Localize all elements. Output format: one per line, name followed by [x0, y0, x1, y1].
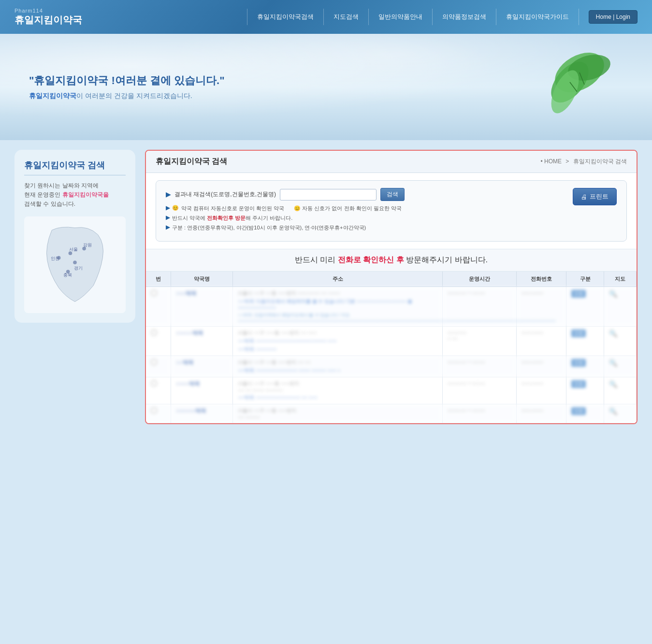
cell-address: 서울시 ○○구 ○○동 ○○○번지 ○○ ○○ ○○약국: ○○○○○○○○○○…: [233, 356, 442, 377]
logo: Pharm114 휴일지킴이약국: [14, 8, 82, 27]
svg-text:충북: 충북: [63, 272, 72, 277]
cell-hours: ○○○○-○○ ~ ○○:○○: [442, 404, 516, 423]
cell-no: [146, 377, 171, 404]
cell-type: 연중: [566, 404, 604, 423]
table-header: 번 약국명 주소 운영시간 전화번호 구분 지도: [146, 272, 637, 287]
table-row: ○○○○약국 서울시 ○○구 ○○○동 ○○○번지○○ ○○ ○○○○ ○○○○…: [146, 377, 637, 404]
cell-no: [146, 327, 171, 356]
cell-hours: ○○○○-○○ ~ ○○:○○: [442, 377, 516, 404]
cell-no: [146, 287, 171, 327]
svg-point-9: [82, 246, 86, 250]
table-row: ○○○○○○약국 서울시 ○○구 ○○동 ○○○번지○○ ○○○○○ ○○○○-…: [146, 404, 637, 423]
map-icon[interactable]: 🔍: [609, 290, 617, 298]
col-hours: 운영시간: [442, 272, 516, 287]
logo-main: 휴일지킴이약국: [14, 14, 82, 27]
banner: "휴일지킴이약국 !여러분 곁에 있습니다." 휴일지킴이약국이 여러분의 건강…: [0, 34, 652, 140]
row-select-radio[interactable]: [151, 407, 157, 414]
breadcrumb-sep: >: [565, 158, 570, 165]
nav-item-3[interactable]: 일반의약품안내: [369, 9, 433, 25]
table-row: ○○약국 서울시 ○○구 ○○동 ○○○번지 ○○ ○○ ○○약국: ○○○○○…: [146, 356, 637, 377]
main-content: 휴일지킴이약국 검색 • HOME > 휴일지킴이약국 검색 ▶ 결과내 재검색…: [145, 150, 638, 424]
search-button[interactable]: 검색: [380, 188, 405, 201]
cell-no: [146, 356, 171, 377]
info-text-2: 자동 신호가 없어 전화 확인이 필요한 약국: [302, 205, 401, 211]
col-map: 지도: [604, 272, 637, 287]
main-layout: 휴일지킴이약국 검색 찾기 원하시는 날짜와 지역에 현재 운영중인 휴일지킴이…: [0, 140, 652, 434]
arrow-icon: ▶: [166, 191, 171, 198]
cell-name: ○○○○○약국: [171, 327, 233, 356]
svg-text:강원: 강원: [83, 242, 92, 247]
banner-quote: "휴일지킴이약국 !여러분 곁에 있습니다.": [29, 73, 225, 88]
row-select-radio[interactable]: [151, 380, 157, 386]
cell-type: 연중: [566, 377, 604, 404]
col-address: 주소: [233, 272, 442, 287]
cell-map[interactable]: 🔍: [604, 377, 637, 404]
print-icon: 🖨: [581, 193, 587, 200]
row-select-radio[interactable]: [151, 359, 157, 365]
info-row-1: ▶ 😊 약국 컴퓨터 자동신호로 운영이 확인된 약국 😐 자동 신호가 없어 …: [166, 205, 573, 212]
nav-item-4[interactable]: 의약품정보검색: [433, 9, 496, 25]
yellow-dot-icon: 😐: [294, 205, 301, 211]
col-no: 번: [146, 272, 171, 287]
row-select-radio[interactable]: [151, 290, 157, 296]
cell-map[interactable]: 🔍: [604, 327, 637, 356]
cell-name: ○○약국: [171, 356, 233, 377]
banner-text: "휴일지킴이약국 !여러분 곁에 있습니다." 휴일지킴이약국이 여러분의 건강…: [29, 73, 225, 100]
cell-phone: ○○○-○○○○: [516, 404, 566, 423]
nav-item-5[interactable]: 휴일지킴이약국가이드: [496, 9, 579, 25]
breadcrumb: • HOME > 휴일지킴이약국 검색: [540, 157, 627, 166]
cell-phone: ○○○-○○○○: [516, 356, 566, 377]
col-phone: 전화번호: [516, 272, 566, 287]
search-input[interactable]: [280, 189, 377, 200]
print-button[interactable]: 🖨 프린트: [573, 188, 617, 205]
nav-item-1[interactable]: 휴일지킴이약국검색: [247, 9, 324, 25]
info-arrow-3: ▶: [166, 224, 170, 230]
info-arrow-2: ▶: [166, 215, 170, 221]
banner-sub: 휴일지킴이약국이 여러분의 건강을 지켜드리겠습니다.: [29, 92, 225, 100]
breadcrumb-bullet: •: [540, 158, 542, 165]
banner-leaves-decoration: [517, 43, 613, 130]
map-icon[interactable]: 🔍: [609, 329, 617, 337]
green-dot-icon: 😊: [172, 205, 179, 211]
cell-map[interactable]: 🔍: [604, 404, 637, 423]
breadcrumb-home[interactable]: HOME: [544, 158, 562, 165]
cell-phone: ○○○-○○○○: [516, 327, 566, 356]
home-login-button[interactable]: Home | Login: [589, 10, 638, 24]
cell-name: ○○○○○○약국: [171, 404, 233, 423]
row-select-radio[interactable]: [151, 329, 157, 336]
cell-hours: ○○○○-○○○ ○○: [442, 327, 516, 356]
cell-address: 서울시 ○○구 ○○동 ○○○번지 ○○○-○○○○ ○○ ○○○○ ○○약국:…: [233, 287, 442, 327]
map-icon[interactable]: 🔍: [609, 407, 617, 415]
cell-hours: ○○○○-○○ ~ ○○:○○: [442, 356, 516, 377]
logo-pharm: Pharm114: [14, 8, 82, 14]
col-type: 구분: [566, 272, 604, 287]
notice-red-text: 전화로 확인하신 후: [338, 256, 404, 264]
results-table: 번 약국명 주소 운영시간 전화번호 구분 지도: [146, 272, 637, 423]
search-box: ▶ 결과내 재검색(도로명,건물번호,건물명) 검색 ▶ 😊 약국 컴퓨터 자동…: [156, 180, 627, 242]
table-row: ○○○약국 서울시 ○○구 ○○동 ○○○번지 ○○○-○○○○ ○○ ○○○○…: [146, 287, 637, 327]
info-text-1: 약국 컴퓨터 자동신호로 운영이 확인된 약국: [181, 205, 284, 212]
sidebar-map: 인천 서울 경기 강원 충북: [24, 216, 126, 313]
cell-name: ○○○○약국: [171, 377, 233, 404]
nav-item-2[interactable]: 지도검색: [324, 9, 369, 25]
content-header: 휴일지킴이약국 검색 • HOME > 휴일지킴이약국 검색: [146, 151, 637, 173]
header: Pharm114 휴일지킴이약국 휴일지킴이약국검색 지도검색 일반의약품안내 …: [0, 0, 652, 34]
print-label: 프린트: [590, 192, 609, 201]
table-body: ○○○약국 서울시 ○○구 ○○동 ○○○번지 ○○○-○○○○ ○○ ○○○○…: [146, 287, 637, 423]
cell-phone: ○○○-○○○○: [516, 377, 566, 404]
map-icon[interactable]: 🔍: [609, 380, 617, 388]
cell-address: 서울시 ○○구 ○○동 ○○○번지○○ ○○○○○: [233, 404, 442, 423]
cell-map[interactable]: 🔍: [604, 287, 637, 327]
cell-type: 연중: [566, 287, 604, 327]
cell-name: ○○○약국: [171, 287, 233, 327]
info-row-3: ▶ 구분 : 연중(연중무휴약국), 야간(밤10시 이후 운영약국), 연·야…: [166, 224, 573, 231]
svg-point-8: [73, 260, 77, 264]
breadcrumb-current: 휴일지킴이약국 검색: [573, 158, 627, 165]
cell-type: 연중: [566, 327, 604, 356]
search-row: ▶ 결과내 재검색(도로명,건물번호,건물명) 검색: [166, 188, 573, 201]
cell-type: 연중: [566, 356, 604, 377]
page-title: 휴일지킴이약국 검색: [156, 157, 227, 167]
map-icon[interactable]: 🔍: [609, 359, 617, 367]
cell-map[interactable]: 🔍: [604, 356, 637, 377]
main-nav: 휴일지킴이약국검색 지도검색 일반의약품안내 의약품정보검색 휴일지킴이약국가이…: [247, 9, 638, 25]
